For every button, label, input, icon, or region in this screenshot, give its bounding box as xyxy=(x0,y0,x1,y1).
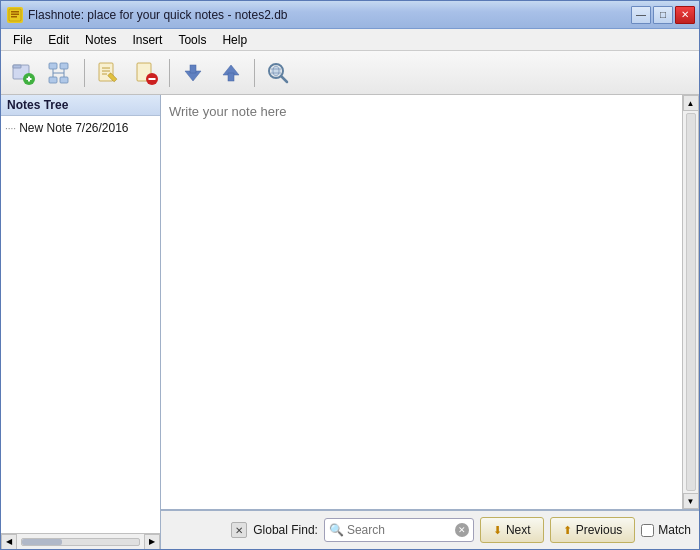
menu-insert[interactable]: Insert xyxy=(124,31,170,49)
app-icon xyxy=(7,7,23,23)
menu-notes[interactable]: Notes xyxy=(77,31,124,49)
menu-bar: File Edit Notes Insert Tools Help xyxy=(1,29,699,51)
edit-icon xyxy=(94,59,122,87)
prev-arrow-icon: ⬆ xyxy=(563,524,572,537)
svg-rect-29 xyxy=(228,73,234,81)
svg-rect-2 xyxy=(11,13,19,15)
delete-button[interactable] xyxy=(128,55,164,91)
list-item[interactable]: ···· New Note 7/26/2016 xyxy=(1,118,160,138)
search-tool-icon xyxy=(264,59,292,87)
editor-vertical-scrollbar[interactable]: ▲ ▼ xyxy=(682,95,698,509)
move-down-icon xyxy=(179,59,207,87)
toolbar-sep-2 xyxy=(169,59,170,87)
toolbar xyxy=(1,51,699,95)
menu-tools[interactable]: Tools xyxy=(170,31,214,49)
find-close-button[interactable]: ✕ xyxy=(231,522,247,538)
menu-help[interactable]: Help xyxy=(214,31,255,49)
find-label: Global Find: xyxy=(253,523,318,537)
tree-item-label: New Note 7/26/2016 xyxy=(19,121,128,135)
move-down-button[interactable] xyxy=(175,55,211,91)
add-note-icon xyxy=(9,59,37,87)
svg-rect-9 xyxy=(49,63,57,69)
menu-file[interactable]: File xyxy=(5,31,40,49)
add-note-button[interactable] xyxy=(5,55,41,91)
title-bar-left: Flashnote: place for your quick notes - … xyxy=(7,7,287,23)
delete-icon xyxy=(132,59,160,87)
match-checkbox[interactable] xyxy=(641,524,654,537)
svg-rect-1 xyxy=(11,11,19,13)
svg-point-31 xyxy=(271,66,281,76)
scroll-thumb[interactable] xyxy=(22,539,62,545)
editor-scroll-track[interactable] xyxy=(686,113,696,491)
toolbar-sep-1 xyxy=(84,59,85,87)
svg-line-32 xyxy=(281,76,287,82)
organize-button[interactable] xyxy=(43,55,79,91)
previous-label: Previous xyxy=(576,523,623,537)
move-up-icon xyxy=(217,59,245,87)
tree-expand-dots: ···· xyxy=(5,123,16,134)
note-textarea-wrapper: ▲ ▼ xyxy=(161,95,699,509)
find-clear-button[interactable]: ✕ xyxy=(455,523,469,537)
toolbar-sep-3 xyxy=(254,59,255,87)
find-input-wrapper: 🔍 ✕ xyxy=(324,518,474,542)
tree-content[interactable]: ···· New Note 7/26/2016 xyxy=(1,116,160,533)
svg-rect-3 xyxy=(11,16,17,18)
match-label: Match xyxy=(658,523,691,537)
organize-icon xyxy=(47,59,75,87)
minimize-button[interactable]: — xyxy=(631,6,651,24)
note-editor-panel: ▲ ▼ ✕ Global Find: 🔍 ✕ ⬇ Next xyxy=(161,95,699,549)
scroll-right-arrow[interactable]: ▶ xyxy=(144,534,160,550)
move-up-button[interactable] xyxy=(213,55,249,91)
next-arrow-icon: ⬇ xyxy=(493,524,502,537)
close-button[interactable]: ✕ xyxy=(675,6,695,24)
svg-rect-5 xyxy=(13,65,21,68)
main-content: Notes Tree ···· New Note 7/26/2016 ◀ ▶ xyxy=(1,95,699,549)
svg-rect-25 xyxy=(149,78,156,80)
scroll-track[interactable] xyxy=(21,538,140,546)
scroll-left-arrow[interactable]: ◀ xyxy=(1,534,17,550)
svg-rect-8 xyxy=(28,76,30,81)
maximize-button[interactable]: □ xyxy=(653,6,673,24)
svg-rect-12 xyxy=(60,77,68,83)
find-input[interactable] xyxy=(347,523,447,537)
tree-horizontal-scrollbar[interactable]: ◀ ▶ xyxy=(1,533,160,549)
note-textarea[interactable] xyxy=(161,95,698,509)
menu-edit[interactable]: Edit xyxy=(40,31,77,49)
search-tool-button[interactable] xyxy=(260,55,296,91)
svg-rect-10 xyxy=(60,63,68,69)
next-label: Next xyxy=(506,523,531,537)
notes-tree-header: Notes Tree xyxy=(1,95,160,116)
scroll-up-arrow[interactable]: ▲ xyxy=(683,95,699,111)
edit-button[interactable] xyxy=(90,55,126,91)
svg-rect-27 xyxy=(190,65,196,73)
find-bar: ✕ Global Find: 🔍 ✕ ⬇ Next ⬆ Previous xyxy=(161,509,699,549)
scroll-down-arrow[interactable]: ▼ xyxy=(683,493,699,509)
previous-button[interactable]: ⬆ Previous xyxy=(550,517,636,543)
svg-rect-11 xyxy=(49,77,57,83)
window-title: Flashnote: place for your quick notes - … xyxy=(28,8,287,22)
find-search-icon: 🔍 xyxy=(329,523,344,537)
title-bar-buttons: — □ ✕ xyxy=(631,6,695,24)
main-window: Flashnote: place for your quick notes - … xyxy=(0,0,700,550)
next-button[interactable]: ⬇ Next xyxy=(480,517,544,543)
match-wrapper: Match xyxy=(641,523,691,537)
notes-tree-panel: Notes Tree ···· New Note 7/26/2016 ◀ ▶ xyxy=(1,95,161,549)
title-bar: Flashnote: place for your quick notes - … xyxy=(1,1,699,29)
